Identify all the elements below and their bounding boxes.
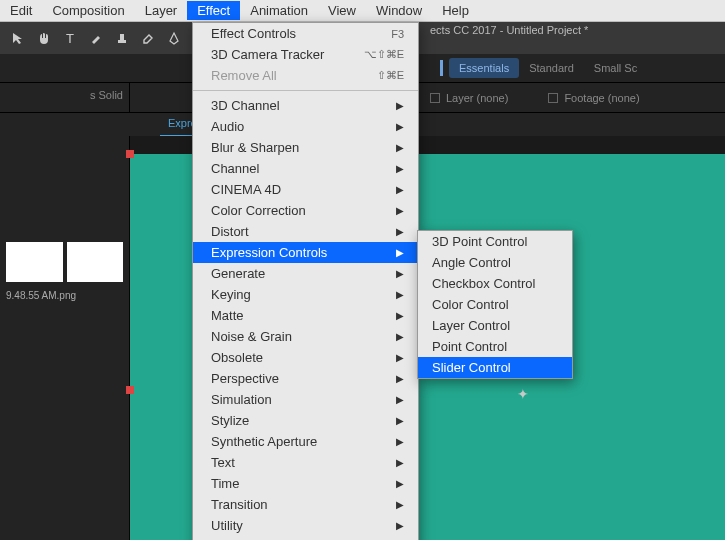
submenu-arrow-icon: ▶: [396, 247, 404, 258]
menu-item-expression-controls[interactable]: Expression Controls▶: [193, 242, 418, 263]
submenu-arrow-icon: ▶: [396, 310, 404, 321]
menu-item-generate[interactable]: Generate▶: [193, 263, 418, 284]
workspace-accent: [440, 60, 443, 76]
menu-item-synthetic-aperture[interactable]: Synthetic Aperture▶: [193, 431, 418, 452]
menu-item-transition[interactable]: Transition▶: [193, 494, 418, 515]
pen-icon[interactable]: [162, 26, 186, 50]
submenu-arrow-icon: ▶: [396, 520, 404, 531]
transform-handle[interactable]: [126, 386, 134, 394]
svg-text:T: T: [66, 31, 74, 45]
submenu-item-checkbox-control[interactable]: Checkbox Control: [418, 273, 572, 294]
submenu-item-3d-point-control[interactable]: 3D Point Control: [418, 231, 572, 252]
menu-view[interactable]: View: [318, 1, 366, 20]
menu-item-color-correction[interactable]: Color Correction▶: [193, 200, 418, 221]
workspace-essentials[interactable]: Essentials: [449, 58, 519, 78]
menu-animation[interactable]: Animation: [240, 1, 318, 20]
layer-label: Layer (none): [446, 92, 508, 104]
text-icon[interactable]: T: [58, 26, 82, 50]
project-thumbnail[interactable]: [67, 242, 124, 282]
submenu-item-slider-control[interactable]: Slider Control: [418, 357, 572, 378]
submenu-item-layer-control[interactable]: Layer Control: [418, 315, 572, 336]
menu-item-time[interactable]: Time▶: [193, 473, 418, 494]
menu-item-obsolete[interactable]: Obsolete▶: [193, 347, 418, 368]
menu-item-video-copilot[interactable]: Video Copilot▶: [193, 536, 418, 540]
submenu-arrow-icon: ▶: [396, 142, 404, 153]
submenu-arrow-icon: ▶: [396, 163, 404, 174]
submenu-arrow-icon: ▶: [396, 121, 404, 132]
submenu-item-color-control[interactable]: Color Control: [418, 294, 572, 315]
submenu-arrow-icon: ▶: [396, 457, 404, 468]
square-icon: [548, 93, 558, 103]
left-panel-label: s Solid: [0, 83, 130, 112]
menu-item-text[interactable]: Text▶: [193, 452, 418, 473]
menu-item-effect-controls[interactable]: Effect ControlsF3: [193, 23, 418, 44]
workspace-small[interactable]: Small Sc: [584, 58, 647, 78]
eraser-icon[interactable]: [136, 26, 160, 50]
submenu-item-point-control[interactable]: Point Control: [418, 336, 572, 357]
submenu-arrow-icon: ▶: [396, 289, 404, 300]
submenu-arrow-icon: ▶: [396, 205, 404, 216]
menu-item-blur-sharpen[interactable]: Blur & Sharpen▶: [193, 137, 418, 158]
menu-composition[interactable]: Composition: [42, 1, 134, 20]
menu-window[interactable]: Window: [366, 1, 432, 20]
anchor-point-icon[interactable]: ✦: [517, 386, 529, 402]
menu-item-cinema-4d[interactable]: CINEMA 4D▶: [193, 179, 418, 200]
submenu-arrow-icon: ▶: [396, 268, 404, 279]
expression-controls-submenu: 3D Point ControlAngle ControlCheckbox Co…: [417, 230, 573, 379]
submenu-arrow-icon: ▶: [396, 436, 404, 447]
submenu-arrow-icon: ▶: [396, 184, 404, 195]
menu-layer[interactable]: Layer: [135, 1, 188, 20]
menu-item-perspective[interactable]: Perspective▶: [193, 368, 418, 389]
project-panel: 9.48.55 AM.png: [0, 136, 130, 540]
menu-item-keying[interactable]: Keying▶: [193, 284, 418, 305]
menu-item-stylize[interactable]: Stylize▶: [193, 410, 418, 431]
submenu-arrow-icon: ▶: [396, 394, 404, 405]
menu-bar: Edit Composition Layer Effect Animation …: [0, 0, 725, 22]
menu-item-3d-camera-tracker[interactable]: 3D Camera Tracker⌥⇧⌘E: [193, 44, 418, 65]
submenu-arrow-icon: ▶: [396, 499, 404, 510]
menu-effect[interactable]: Effect: [187, 1, 240, 20]
svg-rect-1: [118, 40, 126, 43]
submenu-arrow-icon: ▶: [396, 100, 404, 111]
menu-item-audio[interactable]: Audio▶: [193, 116, 418, 137]
submenu-item-angle-control[interactable]: Angle Control: [418, 252, 572, 273]
menu-edit[interactable]: Edit: [0, 1, 42, 20]
workspace-standard[interactable]: Standard: [519, 58, 584, 78]
submenu-arrow-icon: ▶: [396, 478, 404, 489]
menu-item-remove-all: Remove All⇧⌘E: [193, 65, 418, 86]
menu-item-utility[interactable]: Utility▶: [193, 515, 418, 536]
footage-panel-tab[interactable]: Footage (none): [548, 92, 639, 104]
project-thumbnail[interactable]: [6, 242, 63, 282]
stamp-icon[interactable]: [110, 26, 134, 50]
pointer-icon[interactable]: [6, 26, 30, 50]
menu-item-3d-channel[interactable]: 3D Channel▶: [193, 95, 418, 116]
brush-icon[interactable]: [84, 26, 108, 50]
submenu-arrow-icon: ▶: [396, 415, 404, 426]
menu-help[interactable]: Help: [432, 1, 479, 20]
footage-label: Footage (none): [564, 92, 639, 104]
submenu-arrow-icon: ▶: [396, 352, 404, 363]
project-item-label[interactable]: 9.48.55 AM.png: [4, 288, 125, 303]
transform-handle[interactable]: [126, 150, 134, 158]
menu-item-simulation[interactable]: Simulation▶: [193, 389, 418, 410]
submenu-arrow-icon: ▶: [396, 226, 404, 237]
submenu-arrow-icon: ▶: [396, 373, 404, 384]
layer-panel-tab[interactable]: Layer (none): [430, 92, 508, 104]
hand-icon[interactable]: [32, 26, 56, 50]
menu-item-noise-grain[interactable]: Noise & Grain▶: [193, 326, 418, 347]
svg-rect-2: [120, 34, 124, 40]
menu-separator: [193, 90, 418, 91]
submenu-arrow-icon: ▶: [396, 331, 404, 342]
window-title: ects CC 2017 - Untitled Project *: [430, 24, 588, 36]
menu-item-channel[interactable]: Channel▶: [193, 158, 418, 179]
effect-menu: Effect ControlsF3 3D Camera Tracker⌥⇧⌘E …: [192, 22, 419, 540]
menu-item-matte[interactable]: Matte▶: [193, 305, 418, 326]
square-icon: [430, 93, 440, 103]
menu-item-distort[interactable]: Distort▶: [193, 221, 418, 242]
